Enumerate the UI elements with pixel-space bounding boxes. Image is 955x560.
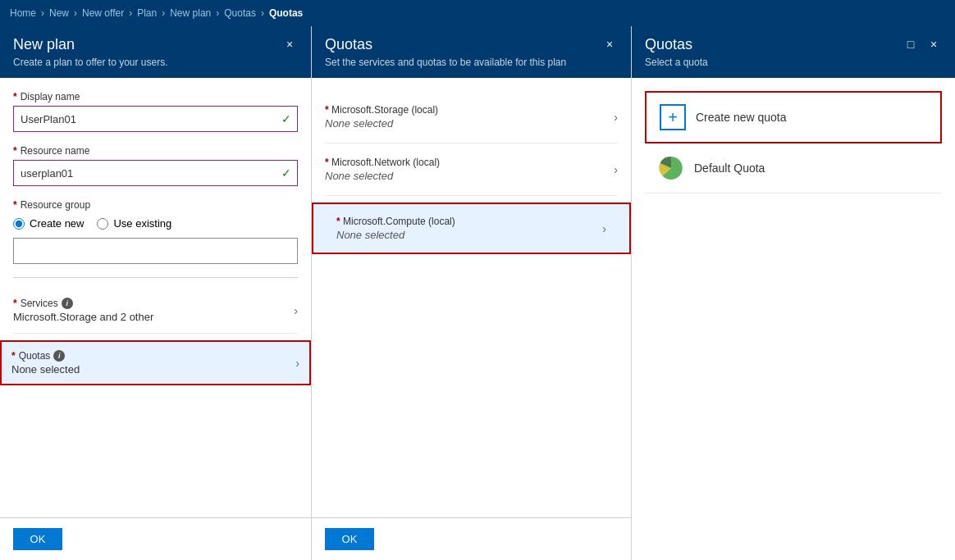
panel-middle-footer: OK	[312, 517, 631, 560]
create-quota-plus-icon: +	[660, 104, 686, 130]
breadcrumb: Home › New › New offer › Plan › New plan…	[0, 0, 955, 26]
breadcrumb-new-plan[interactable]: New plan	[170, 7, 211, 19]
panel-left-ok-button[interactable]: OK	[13, 528, 62, 550]
resource-name-check-icon: ✓	[281, 166, 291, 180]
panel-middle-close-icon[interactable]: ×	[601, 36, 618, 52]
default-quota-label: Default Quota	[694, 162, 765, 175]
create-new-radio[interactable]	[13, 218, 25, 230]
create-quota-item[interactable]: + Create new quota	[645, 91, 942, 143]
resource-name-label: * Resource name	[13, 145, 298, 157]
panel-left-body: * Display name ✓ * Resource name ✓	[0, 78, 311, 517]
main-content: New plan Create a plan to offer to your …	[0, 26, 955, 560]
quota-compute-chevron-icon: ›	[602, 222, 606, 235]
breadcrumb-quotas-1[interactable]: Quotas	[224, 7, 256, 19]
use-existing-radio-option[interactable]: Use existing	[97, 217, 171, 230]
resource-group-radio-group: Create new Use existing	[13, 217, 298, 230]
resource-group-group: * Resource group Create new Use existing	[13, 199, 298, 264]
panel-right-close-icon[interactable]: ×	[925, 36, 942, 52]
panel-middle-subtitle: Set the services and quotas to be availa…	[325, 57, 601, 68]
quota-row-storage[interactable]: * Microsoft.Storage (local) None selecte…	[325, 91, 618, 143]
panel-left-title: New plan	[13, 36, 281, 53]
create-quota-label: Create new quota	[696, 111, 787, 124]
panel-new-plan: New plan Create a plan to offer to your …	[0, 26, 312, 560]
default-quota-pie-icon	[658, 155, 684, 181]
services-info-icon[interactable]: i	[62, 298, 73, 309]
panel-quotas-middle: Quotas Set the services and quotas to be…	[312, 26, 632, 560]
create-new-radio-option[interactable]: Create new	[13, 217, 84, 230]
panel-middle-title: Quotas	[325, 36, 601, 53]
panel-left-header: New plan Create a plan to offer to your …	[0, 26, 311, 78]
breadcrumb-plan[interactable]: Plan	[137, 7, 157, 19]
quota-row-network[interactable]: * Microsoft.Network (local) None selecte…	[325, 143, 618, 196]
panel-right-body: + Create new quota Default Quota	[632, 78, 955, 560]
panel-middle-ok-button[interactable]: OK	[325, 528, 374, 550]
panel-right-header: Quotas Select a quota □ ×	[632, 26, 955, 78]
display-name-input[interactable]	[13, 106, 298, 132]
quotas-value: None selected	[11, 363, 289, 376]
services-label: Services	[21, 298, 58, 309]
quota-storage-title: * Microsoft.Storage (local)	[325, 104, 607, 116]
panel-right-title: Quotas	[645, 36, 902, 53]
panel-middle-body: * Microsoft.Storage (local) None selecte…	[312, 78, 631, 517]
panel-left-close-icon[interactable]: ×	[281, 36, 298, 52]
quota-storage-value: None selected	[325, 117, 607, 130]
resource-group-input[interactable]	[13, 238, 298, 264]
services-row[interactable]: * Services i Microsoft.Storage and 2 oth…	[13, 288, 298, 334]
quota-network-chevron-icon: ›	[614, 163, 618, 176]
panel-left-footer: OK	[0, 517, 311, 560]
display-name-check-icon: ✓	[281, 112, 291, 125]
resource-group-label: * Resource group	[13, 199, 298, 211]
breadcrumb-new[interactable]: New	[49, 7, 69, 19]
quotas-label: Quotas	[19, 350, 51, 362]
use-existing-label: Use existing	[113, 217, 171, 230]
display-name-label: * Display name	[13, 91, 298, 102]
quota-compute-title: * Microsoft.Compute (local)	[336, 216, 596, 227]
panel-left-subtitle: Create a plan to offer to your users.	[13, 57, 281, 68]
resource-name-group: * Resource name ✓	[13, 145, 298, 186]
quota-row-compute[interactable]: * Microsoft.Compute (local) None selecte…	[312, 203, 631, 254]
use-existing-radio[interactable]	[97, 218, 108, 230]
quotas-row[interactable]: * Quotas i None selected ›	[0, 340, 311, 385]
quota-compute-value: None selected	[336, 229, 596, 241]
quota-storage-chevron-icon: ›	[614, 111, 618, 124]
breadcrumb-current: Quotas	[269, 7, 303, 19]
quota-network-title: * Microsoft.Network (local)	[325, 157, 607, 168]
panel-middle-header: Quotas Set the services and quotas to be…	[312, 26, 631, 78]
panel-right-maximize-icon[interactable]: □	[902, 36, 919, 52]
panel-quotas-right: Quotas Select a quota □ × + Create new q…	[632, 26, 955, 560]
quotas-info-icon[interactable]: i	[53, 350, 65, 362]
default-quota-item[interactable]: Default Quota	[645, 143, 942, 193]
quota-network-value: None selected	[325, 170, 607, 182]
display-name-group: * Display name ✓	[13, 91, 298, 132]
services-chevron-icon: ›	[294, 304, 298, 317]
quotas-chevron-icon: ›	[295, 357, 299, 370]
breadcrumb-home[interactable]: Home	[10, 7, 36, 19]
resource-name-input[interactable]	[13, 160, 298, 186]
create-new-label: Create new	[30, 217, 84, 230]
panel-right-subtitle: Select a quota	[645, 57, 902, 68]
breadcrumb-new-offer[interactable]: New offer	[82, 7, 124, 19]
services-value: Microsoft.Storage and 2 other	[13, 311, 287, 323]
